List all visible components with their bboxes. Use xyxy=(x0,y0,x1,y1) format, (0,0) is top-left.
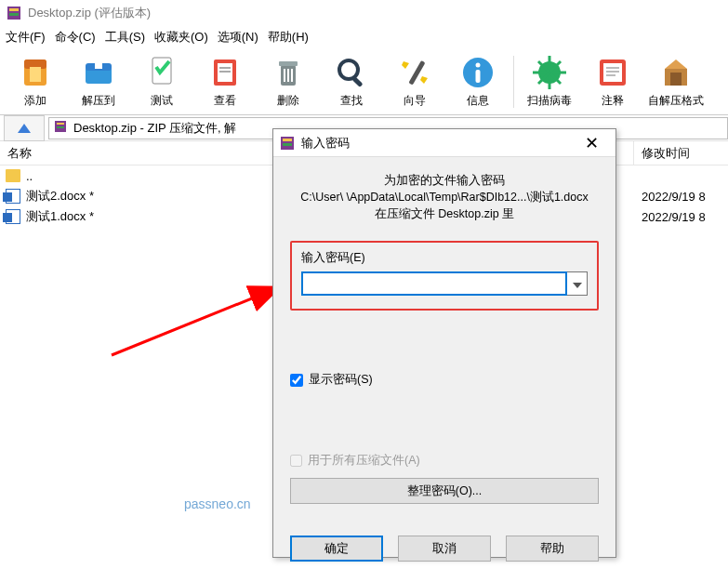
svg-rect-12 xyxy=(219,67,231,69)
menu-bar: 文件(F) 命令(C) 工具(S) 收藏夹(O) 选项(N) 帮助(H) xyxy=(0,26,728,48)
toolbar-find-label: 查找 xyxy=(340,93,363,109)
svg-rect-36 xyxy=(606,74,615,76)
menu-help[interactable]: 帮助(H) xyxy=(268,29,309,46)
toolbar-info-label: 信息 xyxy=(467,93,489,109)
password-dropdown-button[interactable] xyxy=(567,271,588,296)
file-date: 2022/9/19 8 xyxy=(634,210,706,224)
dialog-body: 为加密的文件输入密码 C:\User\ \AppData\Local\Temp\… xyxy=(273,157,615,557)
file-date: 2022/9/19 8 xyxy=(634,190,706,204)
archive-icon xyxy=(53,119,68,137)
chevron-down-icon xyxy=(573,277,582,291)
svg-rect-26 xyxy=(476,70,481,83)
menu-tools[interactable]: 工具(S) xyxy=(105,29,145,46)
svg-marker-49 xyxy=(573,283,582,288)
svg-rect-17 xyxy=(287,69,289,82)
file-name: 测试1.docx * xyxy=(26,208,94,225)
toolbar-add[interactable]: 添加 xyxy=(4,50,67,113)
add-icon xyxy=(17,54,54,91)
file-name: 测试2.docx * xyxy=(26,188,94,205)
view-icon xyxy=(206,54,244,91)
dialog-line3: 在压缩文件 Desktop.zip 里 xyxy=(290,205,599,222)
toolbar-extract[interactable]: 解压到 xyxy=(67,50,130,113)
menu-favorites[interactable]: 收藏夹(O) xyxy=(154,29,208,46)
svg-rect-1 xyxy=(9,8,19,11)
password-dialog: 输入密码 ✕ 为加密的文件输入密码 C:\User\ \AppData\Loca… xyxy=(272,128,616,558)
test-icon xyxy=(143,54,180,91)
dialog-button-row: 确定 取消 帮助 xyxy=(290,536,599,562)
extract-icon xyxy=(80,54,117,91)
file-name: .. xyxy=(26,169,33,183)
svg-rect-18 xyxy=(291,69,293,82)
show-password-label: 显示密码(S) xyxy=(309,372,373,388)
show-password-row[interactable]: 显示密码(S) xyxy=(290,372,599,388)
svg-rect-15 xyxy=(279,61,298,66)
close-button[interactable]: ✕ xyxy=(573,129,610,157)
toolbar-wizard[interactable]: 向导 xyxy=(383,50,446,113)
window-title: Desktop.zip (评估版本) xyxy=(28,5,151,21)
toolbar-find[interactable]: 查找 xyxy=(320,50,383,113)
svg-rect-20 xyxy=(351,76,363,87)
toolbar: 添加 解压到 测试 查看 删除 查找 向导 信息 扫描病毒 注释 自解压格式 xyxy=(0,48,728,115)
delete-icon xyxy=(270,54,307,91)
menu-options[interactable]: 选项(N) xyxy=(218,29,258,46)
password-group: 输入密码(E) xyxy=(290,241,599,311)
svg-marker-23 xyxy=(420,76,428,84)
docx-icon xyxy=(6,209,20,224)
dialog-titlebar: 输入密码 ✕ xyxy=(273,129,615,157)
toolbar-test[interactable]: 测试 xyxy=(130,50,193,113)
use-all-row[interactable]: 用于所有压缩文件(A) xyxy=(290,453,599,469)
docx-icon xyxy=(6,189,20,204)
svg-rect-34 xyxy=(606,67,619,69)
toolbar-virus-label: 扫描病毒 xyxy=(527,93,572,109)
col-date-header[interactable]: 修改时间 xyxy=(634,141,728,165)
toolbar-separator xyxy=(513,56,514,108)
svg-line-45 xyxy=(112,288,277,355)
svg-rect-16 xyxy=(284,69,285,82)
find-icon xyxy=(333,54,370,91)
use-all-checkbox[interactable] xyxy=(290,455,302,467)
dialog-icon xyxy=(279,135,296,152)
cancel-button[interactable]: 取消 xyxy=(398,536,491,562)
menu-file[interactable]: 文件(F) xyxy=(6,29,46,46)
toolbar-virus[interactable]: 扫描病毒 xyxy=(518,50,581,113)
ok-button[interactable]: 确定 xyxy=(290,536,383,562)
toolbar-sfx-label: 自解压格式 xyxy=(648,93,704,109)
app-icon xyxy=(6,5,22,21)
organize-passwords-button[interactable]: 整理密码(O)... xyxy=(290,478,599,504)
svg-rect-8 xyxy=(95,56,102,69)
watermark-text: passneo.cn xyxy=(184,496,251,511)
show-password-checkbox[interactable] xyxy=(290,374,303,387)
toolbar-wizard-label: 向导 xyxy=(404,93,426,109)
toolbar-delete-label: 删除 xyxy=(277,93,299,109)
svg-rect-2 xyxy=(9,13,19,16)
address-text: Desktop.zip - ZIP 压缩文件, 解 xyxy=(73,120,236,137)
virus-icon xyxy=(531,54,568,91)
svg-marker-38 xyxy=(665,60,687,69)
svg-rect-5 xyxy=(30,67,41,82)
comment-icon xyxy=(594,54,631,91)
password-label: 输入密码(E) xyxy=(301,250,588,266)
menu-command[interactable]: 命令(C) xyxy=(55,29,96,46)
svg-rect-39 xyxy=(670,73,682,86)
svg-rect-48 xyxy=(283,143,292,146)
toolbar-extract-label: 解压到 xyxy=(82,93,115,109)
help-button[interactable]: 帮助 xyxy=(506,536,599,562)
toolbar-delete[interactable]: 删除 xyxy=(257,50,320,113)
sfx-icon xyxy=(657,54,695,91)
password-input[interactable] xyxy=(301,271,567,296)
annotation-arrow xyxy=(106,216,292,364)
toolbar-info[interactable]: 信息 xyxy=(446,50,510,113)
svg-marker-40 xyxy=(18,124,31,133)
svg-rect-42 xyxy=(57,123,64,125)
window-titlebar: Desktop.zip (评估版本) xyxy=(0,0,728,26)
toolbar-view[interactable]: 查看 xyxy=(193,50,257,113)
dialog-line2: C:\User\ \AppData\Local\Temp\Rar$DIb12..… xyxy=(290,189,599,205)
wizard-icon xyxy=(396,54,433,91)
toolbar-sfx[interactable]: 自解压格式 xyxy=(644,50,708,113)
dialog-title: 输入密码 xyxy=(301,135,573,152)
info-icon xyxy=(459,54,496,91)
svg-point-25 xyxy=(476,63,481,68)
up-button[interactable] xyxy=(4,115,45,141)
toolbar-comment[interactable]: 注释 xyxy=(581,50,644,113)
svg-rect-43 xyxy=(57,126,64,128)
